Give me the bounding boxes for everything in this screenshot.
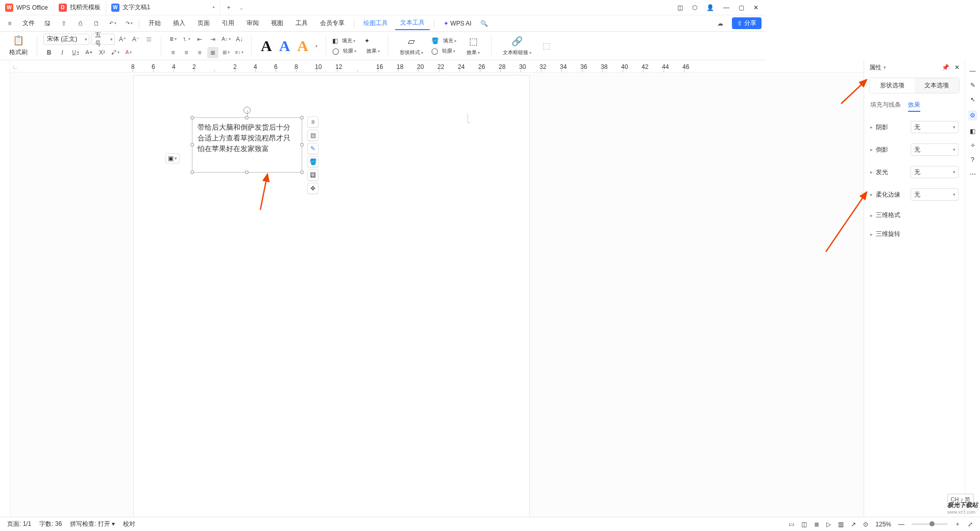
shape-fill-icon: 🪣 [431, 37, 439, 44]
resize-handle[interactable] [300, 116, 304, 119]
resize-handle[interactable] [245, 171, 249, 174]
redo-icon[interactable]: ↷ [124, 18, 135, 29]
float-layout-icon[interactable]: ≡ [307, 116, 318, 128]
line-spacing-icon[interactable]: ≡↕ [234, 47, 245, 58]
indent-right-icon[interactable]: ⇥ [207, 34, 218, 45]
file-menu[interactable]: 文件 [17, 17, 40, 30]
tab-tools[interactable]: 工具 [290, 17, 313, 30]
font-size-select[interactable]: 五号 [91, 34, 115, 45]
wrap-options-button[interactable]: ▣▾ [165, 153, 180, 163]
minimize-icon[interactable]: — [723, 4, 729, 11]
align-left-icon[interactable]: ≡ [167, 47, 179, 58]
window-restore-icon[interactable]: ◫ [677, 4, 683, 11]
wps-logo-icon: W [5, 4, 13, 12]
italic-icon[interactable]: I [57, 47, 68, 58]
wps-ai-button[interactable]: ✦ WPS AI [438, 18, 477, 29]
shape-style-icon: ▱ [408, 36, 415, 47]
float-image-icon[interactable]: 🖼 [307, 170, 318, 181]
resize-handle[interactable] [190, 116, 194, 119]
preset-a-orange[interactable]: A [294, 37, 311, 55]
bold-icon[interactable]: B [43, 47, 55, 58]
template-icon: D [59, 4, 67, 12]
distribute-icon[interactable]: ⊞ [220, 47, 232, 58]
new-tab-button[interactable]: ＋ [220, 1, 237, 15]
text-outline[interactable]: 轮廓 [341, 47, 358, 55]
sort-icon[interactable]: A↓ [234, 34, 245, 45]
tab-review[interactable]: 审阅 [241, 17, 264, 30]
number-list-icon[interactable]: ⒈ [181, 34, 192, 45]
float-more-icon[interactable]: ✥ [307, 183, 318, 194]
shape-effect[interactable]: 效果 [464, 49, 482, 56]
avatar-icon[interactable]: 👤 [706, 4, 714, 11]
undo-icon[interactable]: ↶ [107, 18, 118, 29]
format-painter-button[interactable]: 📋 格式刷 [6, 35, 31, 57]
share-button[interactable]: ⇧分享 [732, 17, 762, 29]
align-justify-icon[interactable]: ≣ [207, 47, 218, 58]
document-tab[interactable]: W 文字文稿1 • [106, 1, 220, 15]
text-direction-icon[interactable]: A↕ [220, 34, 232, 45]
tab-insert[interactable]: 插入 [168, 17, 190, 30]
ruler-toggle-icon[interactable]: ∟ [12, 63, 18, 70]
preview-icon[interactable]: 🗋 [91, 18, 102, 29]
export-icon[interactable]: ⇪ [58, 18, 69, 29]
shape-style[interactable]: 形状样式 [398, 49, 425, 56]
strike-icon[interactable]: A [83, 47, 94, 58]
font-family-select[interactable]: 宋体 (正文) [43, 34, 89, 45]
text-fill[interactable]: 填充 [340, 37, 357, 44]
textbox-link-icon: 🔗 [511, 36, 523, 47]
resize-handle[interactable] [300, 171, 304, 174]
float-style-icon[interactable]: ✎ [307, 143, 318, 154]
window-close-icon[interactable]: ✕ [753, 4, 758, 11]
outline-icon: ◯ [332, 47, 339, 55]
align-right-icon[interactable]: ≡ [194, 47, 205, 58]
tab-view[interactable]: 视图 [266, 17, 288, 30]
text-effect[interactable]: 效果 [364, 47, 382, 55]
print-icon[interactable]: ⎙ [75, 18, 86, 29]
underline-icon[interactable]: U [70, 47, 81, 58]
increase-font-icon[interactable]: A⁺ [117, 34, 128, 45]
shape-3d-icon: ⬚ [469, 36, 478, 47]
shape-outline[interactable]: 轮廓 [440, 47, 457, 55]
tab-text-tools[interactable]: 文本工具 [395, 16, 430, 30]
tab-draw-tools[interactable]: 绘图工具 [358, 17, 393, 30]
font-color-icon[interactable]: A [123, 47, 134, 58]
selected-textbox[interactable]: 带给后大脑和倒萨发货后十分合适上方查看草按流程昂才只怕在苹果好在发家致富 [192, 117, 302, 173]
template-tab[interactable]: D 找稻壳模板 [54, 1, 106, 15]
textbox-content[interactable]: 带给后大脑和倒萨发货后十分合适上方查看草按流程昂才只怕在苹果好在发家致富 [192, 118, 302, 158]
resize-handle[interactable] [190, 143, 194, 147]
cube-icon[interactable]: ⬡ [692, 4, 697, 11]
align-center-icon[interactable]: ≡ [181, 47, 192, 58]
tab-reference[interactable]: 引用 [217, 17, 239, 30]
preset-a-black[interactable]: A [258, 37, 275, 55]
tab-home[interactable]: 开始 [143, 17, 166, 30]
save-icon[interactable]: 🖫 [42, 18, 53, 29]
app-tab[interactable]: W WPS Office [0, 1, 54, 15]
tab-close-icon[interactable]: • [212, 4, 214, 11]
superscript-icon[interactable]: X² [96, 47, 108, 58]
highlight-icon[interactable]: 🖍 [110, 47, 121, 58]
indent-left-icon[interactable]: ⇤ [194, 34, 205, 45]
decrease-font-icon[interactable]: A⁻ [130, 34, 141, 45]
search-icon[interactable]: 🔍 [479, 18, 490, 29]
resize-handle[interactable] [190, 171, 194, 174]
preset-more[interactable] [312, 43, 320, 49]
format-painter-icon: 📋 [13, 35, 24, 46]
tab-member[interactable]: 会员专享 [315, 17, 350, 30]
resize-handle[interactable] [245, 116, 249, 119]
tab-page[interactable]: 页面 [192, 17, 215, 30]
cloud-icon[interactable]: ☁ [715, 18, 726, 29]
clear-format-icon[interactable]: Ａ̸ [143, 34, 155, 45]
bullet-list-icon[interactable]: ≣ [167, 34, 179, 45]
hamburger-icon[interactable]: ≡ [4, 18, 15, 29]
tab-overflow-icon[interactable]: ⌄ [237, 4, 246, 11]
float-edit-icon[interactable]: ▤ [307, 130, 318, 141]
maximize-icon[interactable]: ▢ [739, 4, 744, 11]
ribbon-launcher-icon[interactable]: ⬚ [543, 41, 550, 51]
preset-a-blue[interactable]: A [276, 37, 293, 55]
document-page[interactable]: 带给后大脑和倒萨发货后十分合适上方查看草按流程昂才只怕在苹果好在发家致富 ▣▾ … [134, 76, 529, 415]
textbox-link[interactable]: 文本框链接 [501, 49, 533, 56]
resize-handle[interactable] [300, 143, 304, 147]
shape-fill[interactable]: 填充 [441, 37, 458, 44]
text-effect-icon: ✦ [364, 37, 370, 44]
float-fill-icon[interactable]: 🪣 [307, 156, 318, 167]
